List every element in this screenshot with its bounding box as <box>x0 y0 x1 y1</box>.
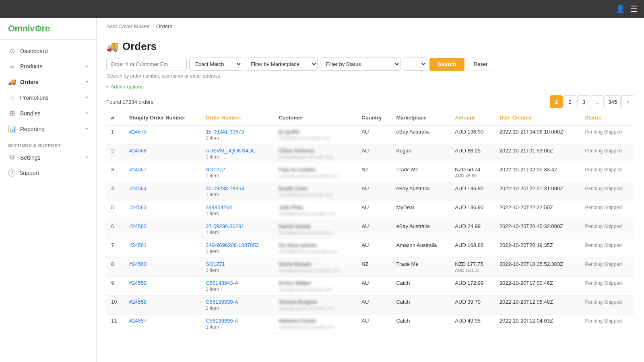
sidebar-item-support[interactable]: ? Support <box>0 165 96 181</box>
shopify-order-link[interactable]: #24567 <box>129 167 147 173</box>
cell-amount: AUD 49.95 <box>450 315 495 333</box>
cell-status: Pending Shipped <box>580 125 634 144</box>
cell-country: AU <box>357 296 391 315</box>
cell-order-num: 344954264 1 item <box>201 201 274 220</box>
cell-marketplace: Catch <box>391 296 450 315</box>
page-btn-ellipsis: .. <box>591 95 604 108</box>
chevron-down-icon: ▾ <box>86 126 88 132</box>
shopify-order-link[interactable]: #24570 <box>129 129 147 135</box>
customer-name: Gloria Bowser <box>279 261 312 267</box>
cell-status: Pending Shipped <box>580 182 634 201</box>
cell-shopify: #24557 <box>124 315 201 333</box>
status-badge: Pending Shipped <box>585 186 621 191</box>
main-content: Seat Cover Master / Orders 🚚 Orders Exac… <box>97 18 644 362</box>
cell-order-num: 27-09236-30291 1 item <box>201 220 274 239</box>
order-num-link[interactable]: C56143943-A <box>206 280 238 286</box>
amount-secondary: AUD 160.32 <box>455 268 479 273</box>
reset-button[interactable]: Reset <box>467 58 494 70</box>
order-num-link[interactable]: SO1272 <box>206 167 225 173</box>
sidebar-item-bundles[interactable]: ⊞ Bundles ▾ <box>0 105 96 121</box>
order-num-link[interactable]: 15-09241-33673 <box>206 129 244 135</box>
search-button[interactable]: Search <box>429 58 464 71</box>
status-badge: Pending Shipped <box>585 148 621 154</box>
cell-order-num: C56139939-A 1 item <box>201 296 274 315</box>
table-row: 7 #24561 249-9696206-1887853 1 item Da S… <box>106 239 634 258</box>
cell-amount: AUD 168.88 <box>450 239 495 258</box>
shopify-order-link[interactable]: #24557 <box>129 318 147 324</box>
search-hint: Search by order number, username or emai… <box>106 73 634 79</box>
order-num-link[interactable]: AUSVM_JQUNN4DL <box>206 148 255 154</box>
page-title: Orders <box>122 40 157 53</box>
cell-country: NZ <box>357 163 391 182</box>
order-num-link[interactable]: 344954264 <box>206 204 232 210</box>
col-header-order-num[interactable]: Order Number <box>201 111 274 125</box>
cell-customer: Gloria Bowser email@trademe2.example.com <box>274 258 357 277</box>
cell-order-num: SO1271 1 item <box>201 258 274 277</box>
shopify-order-link[interactable]: #24560 <box>129 261 147 267</box>
customer-name: Fast Au Limited <box>279 167 315 173</box>
menu-icon[interactable]: ☰ <box>630 4 638 14</box>
order-num-link[interactable]: 20-09238-78954 <box>206 185 244 191</box>
page-btn-2[interactable]: 2 <box>564 95 576 108</box>
page-btn-1[interactable]: 1 <box>550 95 563 108</box>
sidebar-item-reporting[interactable]: 📊 Reporting ▾ <box>0 121 96 137</box>
shopify-order-link[interactable]: #24564 <box>129 185 147 191</box>
shopify-order-link[interactable]: #24559 <box>129 280 147 286</box>
cell-amount: NZD 177.75 AUD 160.32 <box>450 258 495 277</box>
order-num-link[interactable]: C56139939-A <box>206 299 238 305</box>
sidebar-item-promotions[interactable]: ☆ Promotions ▾ <box>0 90 96 105</box>
settings-section-title: SETTINGS & SUPPORT <box>0 137 96 150</box>
col-header-status[interactable]: Status <box>580 111 634 125</box>
cell-shopify: #24563 <box>124 201 201 220</box>
page-btn-3[interactable]: 3 <box>577 95 590 108</box>
search-input[interactable] <box>106 58 187 70</box>
shopify-order-link[interactable]: #24563 <box>129 204 147 210</box>
page-btn-345[interactable]: 345 <box>605 95 621 108</box>
cell-status: Pending Shipped <box>580 315 634 333</box>
shopify-order-link[interactable]: #24558 <box>129 299 147 305</box>
customer-email: email@mydeal.example.com <box>279 211 336 216</box>
exact-match-select[interactable]: Exact Match Contains <box>189 58 242 71</box>
order-num-link[interactable]: 27-09236-30291 <box>206 223 244 229</box>
orders-table: # Shopify Order Number Order Number Cust… <box>106 111 634 333</box>
filter-status-select[interactable]: Filter by Status Pending Shipped Shipped… <box>320 58 400 71</box>
shopify-order-link[interactable]: #24568 <box>129 148 147 154</box>
col-header-amount[interactable]: Amount <box>450 111 495 125</box>
admin-options-link[interactable]: + Admin options <box>106 84 144 90</box>
breadcrumb-parent[interactable]: Seat Cover Master <box>106 23 150 29</box>
col-header-customer: Customer <box>274 111 357 125</box>
amount-main: AUD 136.90 <box>455 204 483 210</box>
order-num-link[interactable]: C56139899-A <box>206 318 238 324</box>
status-badge: Pending Shipped <box>585 280 621 286</box>
sidebar-item-label: Orders <box>20 79 82 85</box>
cell-amount: AUD 24.99 <box>450 220 495 239</box>
sidebar-item-dashboard[interactable]: ⊙ Dashboard <box>0 43 96 59</box>
page-next-btn[interactable]: › <box>621 95 634 108</box>
cell-marketplace: Amazon Australia <box>391 239 450 258</box>
admin-options-section: + Admin options <box>97 82 644 93</box>
per-page-select[interactable]: 10 25 50 100 <box>403 58 427 71</box>
shopify-order-link[interactable]: #24561 <box>129 242 147 248</box>
cell-marketplace: eBay Australia <box>391 182 450 201</box>
customer-name: Simone Burgess <box>279 299 317 305</box>
cell-customer: Simone Burgess email@catch2.example.com <box>274 296 357 315</box>
order-num-link[interactable]: SO1271 <box>206 261 225 267</box>
cell-order-num: C56139899-A 1 item <box>201 315 274 333</box>
results-count: Found 17234 orders. <box>106 99 155 105</box>
sidebar-item-label: Settings <box>20 154 82 161</box>
cell-num: 11 <box>106 315 124 333</box>
customer-email: email@catch2.example.com <box>279 306 334 311</box>
cell-amount: AUD 136.90 <box>450 201 495 220</box>
sidebar-item-settings[interactable]: ⚙ Settings ▾ <box>0 150 96 165</box>
sidebar-item-products[interactable]: ≡ Products ▾ <box>0 59 96 74</box>
sidebar-item-orders[interactable]: 🚚 Orders ▾ <box>0 74 96 90</box>
sidebar-item-label: Products <box>20 63 82 70</box>
filter-marketplace-select[interactable]: Filter by Marketplace eBay Australia Ama… <box>245 58 318 71</box>
shopify-order-link[interactable]: #24562 <box>129 223 147 229</box>
table-row: 4 #24564 20-09238-78954 1 item Dustin Cl… <box>106 182 634 201</box>
order-num-link[interactable]: 249-9696206-1887853 <box>206 242 259 248</box>
user-icon[interactable]: 👤 <box>615 4 625 14</box>
col-header-date[interactable]: Date Created <box>495 111 580 125</box>
amount-main: AUD 136.90 <box>455 185 483 191</box>
status-badge: Pending Shipped <box>585 205 621 210</box>
